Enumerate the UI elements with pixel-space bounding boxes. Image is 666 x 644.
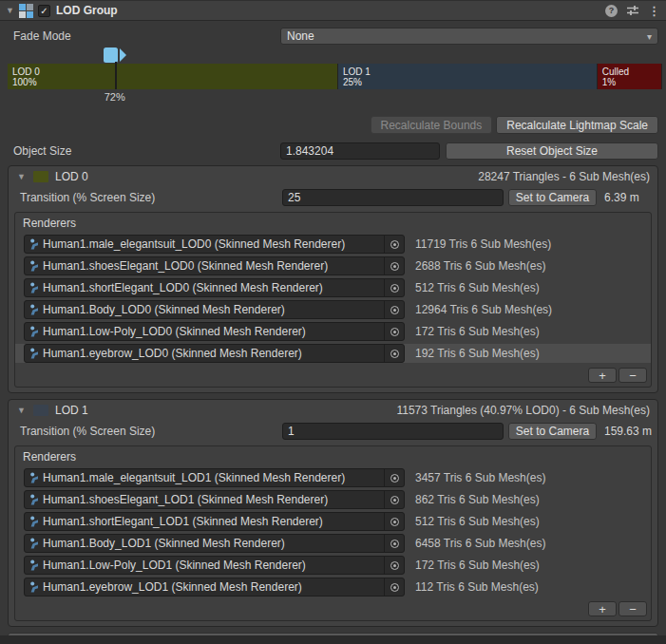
renderer-tris-info: 862 Tris 6 Sub Mesh(es) [415, 493, 540, 506]
lod0-renderers-list: Human1.male_elegantsuit_LOD0 (Skinned Me… [15, 235, 651, 363]
component-title: LOD Group [56, 4, 118, 17]
renderer-row: Human1.eyebrow_LOD0 (Skinned Mesh Render… [15, 344, 651, 363]
skinned-mesh-renderer-icon [29, 494, 40, 505]
recalculate-bounds-button[interactable]: Recalculate Bounds [371, 116, 493, 134]
lod0-transition-input[interactable] [282, 189, 504, 206]
lod1-transition-input[interactable] [282, 423, 504, 440]
renderer-tris-info: 2688 Tris 6 Sub Mesh(es) [415, 259, 545, 273]
lod0-bar-segment[interactable]: LOD 0 100% [8, 64, 338, 89]
renderer-object-field[interactable]: Human1.Body_LOD0 (Skinned Mesh Renderer) [24, 300, 405, 319]
renderer-object-field[interactable]: Human1.Body_LOD1 (Skinned Mesh Renderer) [24, 534, 405, 553]
lod1-summary: 11573 Triangles (40.97% LOD0) - 6 Sub Me… [396, 404, 650, 417]
skinned-mesh-renderer-icon [29, 238, 40, 250]
lod1-box: ▼ LOD 1 11573 Triangles (40.97% LOD0) - … [8, 399, 658, 627]
lod0-transition-label: Transition (% Screen Size) [20, 191, 282, 204]
lod0-set-to-camera-button[interactable]: Set to Camera [508, 189, 597, 206]
lod1-segment-percent: 25% [343, 77, 597, 87]
lod0-foldout-icon[interactable]: ▼ [17, 172, 30, 181]
renderer-object-label: Human1.Body_LOD0 (Skinned Mesh Renderer) [43, 303, 384, 316]
help-icon[interactable]: ? [605, 5, 618, 17]
skinned-mesh-renderer-icon [29, 581, 40, 593]
lod1-transition-label: Transition (% Screen Size) [20, 425, 282, 438]
renderer-row: Human1.Body_LOD0 (Skinned Mesh Renderer)… [15, 300, 651, 319]
renderer-object-field[interactable]: Human1.eyebrow_LOD0 (Skinned Mesh Render… [24, 344, 405, 363]
renderer-object-field[interactable]: Human1.male_elegantsuit_LOD0 (Skinned Me… [24, 235, 405, 254]
renderer-object-label: Human1.Low-Poly_LOD1 (Skinned Mesh Rende… [43, 559, 384, 572]
object-picker-icon[interactable] [384, 323, 404, 340]
lod1-foldout-icon[interactable]: ▼ [17, 406, 30, 415]
recalculate-row: Recalculate Bounds Recalculate Lightmap … [13, 116, 658, 134]
fade-mode-dropdown[interactable]: None ▾ [280, 28, 658, 45]
object-picker-icon[interactable] [384, 513, 404, 530]
remove-renderer-button[interactable]: − [618, 601, 647, 616]
lod1-segment-label: LOD 1 [343, 66, 597, 77]
recalculate-lightmap-button[interactable]: Recalculate Lightmap Scale [496, 116, 658, 134]
lod1-list-controls: + − [15, 599, 651, 618]
renderer-object-field[interactable]: Human1.shoesElegant_LOD0 (Skinned Mesh R… [24, 256, 405, 275]
renderer-row: Human1.shoesElegant_LOD1 (Skinned Mesh R… [15, 490, 651, 509]
fade-mode-label: Fade Mode [13, 29, 280, 43]
header-actions: ? ⋮ [605, 4, 660, 17]
component-foldout-icon[interactable]: ▼ [6, 6, 19, 15]
lod-group-inspector: ▼ ✓ LOD Group ? ⋮ Fade Mode None ▾ [0, 0, 666, 644]
object-picker-icon[interactable] [384, 557, 404, 574]
renderer-object-label: Human1.Body_LOD1 (Skinned Mesh Renderer) [43, 537, 384, 550]
renderer-object-field[interactable]: Human1.male_elegantsuit_LOD1 (Skinned Me… [24, 468, 405, 487]
renderer-tris-info: 512 Tris 6 Sub Mesh(es) [415, 281, 540, 294]
lod1-set-to-camera-button[interactable]: Set to Camera [508, 423, 597, 440]
renderer-object-field[interactable]: Human1.Low-Poly_LOD1 (Skinned Mesh Rende… [24, 556, 405, 575]
object-picker-icon[interactable] [384, 236, 404, 253]
remove-renderer-button[interactable]: − [618, 368, 647, 383]
object-picker-icon[interactable] [384, 279, 404, 296]
lod0-summary: 28247 Triangles - 6 Sub Mesh(es) [478, 170, 650, 183]
camera-position-marker[interactable] [115, 62, 117, 89]
object-picker-icon[interactable] [384, 578, 404, 596]
add-renderer-button[interactable]: + [588, 601, 617, 616]
camera-percent-label: 72% [105, 91, 125, 103]
renderer-row: Human1.eyebrow_LOD1 (Skinned Mesh Render… [15, 578, 651, 597]
lod1-color-swatch [33, 405, 48, 416]
renderer-object-label: Human1.Low-Poly_LOD0 (Skinned Mesh Rende… [43, 325, 384, 338]
renderer-object-field[interactable]: Human1.shortElegant_LOD0 (Skinned Mesh R… [24, 278, 405, 297]
lod1-transition-row: Transition (% Screen Size) Set to Camera… [20, 423, 651, 440]
renderer-tris-info: 112 Tris 6 Sub Mesh(es) [415, 580, 539, 594]
lod0-box: ▼ LOD 0 28247 Triangles - 6 Sub Mesh(es)… [8, 165, 658, 393]
renderer-row: Human1.shortElegant_LOD1 (Skinned Mesh R… [15, 512, 651, 531]
renderer-tris-info: 3457 Tris 6 Sub Mesh(es) [415, 471, 545, 484]
fade-mode-row: Fade Mode None ▾ [13, 28, 658, 45]
skinned-mesh-renderer-icon [29, 304, 40, 315]
object-size-label: Object Size [13, 144, 280, 158]
component-enabled-checkbox[interactable]: ✓ [38, 5, 50, 17]
add-renderer-button[interactable]: + [588, 368, 617, 383]
renderer-tris-info: 11719 Tris 6 Sub Mesh(es) [415, 237, 551, 251]
renderer-row: Human1.shoesElegant_LOD0 (Skinned Mesh R… [15, 256, 651, 275]
object-picker-icon[interactable] [384, 301, 404, 318]
renderer-row: Human1.Body_LOD1 (Skinned Mesh Renderer)… [15, 534, 651, 553]
presets-icon[interactable] [626, 4, 639, 17]
lod1-name: LOD 1 [55, 404, 88, 417]
renderer-object-field[interactable]: Human1.eyebrow_LOD1 (Skinned Mesh Render… [24, 578, 405, 597]
kebab-menu-icon[interactable]: ⋮ [648, 5, 660, 17]
renderer-tris-info: 172 Tris 6 Sub Mesh(es) [415, 559, 540, 572]
object-picker-icon[interactable] [384, 257, 404, 275]
culled-segment-percent: 1% [602, 77, 661, 87]
object-size-row: Object Size Reset Object Size [13, 142, 658, 160]
renderer-object-field[interactable]: Human1.shoesElegant_LOD1 (Skinned Mesh R… [24, 490, 405, 509]
object-picker-icon[interactable] [384, 491, 404, 508]
lod1-bar-segment[interactable]: LOD 1 25% [338, 64, 598, 89]
renderer-object-field[interactable]: Human1.Low-Poly_LOD0 (Skinned Mesh Rende… [24, 322, 405, 341]
skinned-mesh-renderer-icon [29, 516, 40, 527]
lod-slider: LOD 0 100% LOD 1 25% Culled 1% 72% [8, 47, 662, 104]
reset-object-size-button[interactable]: Reset Object Size [446, 142, 658, 160]
lod0-segment-label: LOD 0 [12, 66, 337, 77]
renderer-object-field[interactable]: Human1.shortElegant_LOD1 (Skinned Mesh R… [24, 512, 405, 531]
renderer-row: Human1.Low-Poly_LOD0 (Skinned Mesh Rende… [15, 322, 651, 341]
object-picker-icon[interactable] [384, 469, 404, 486]
lod-group-icon [19, 4, 33, 18]
object-picker-icon[interactable] [384, 345, 404, 362]
object-size-input[interactable] [280, 142, 440, 160]
renderer-row: Human1.male_elegantsuit_LOD1 (Skinned Me… [15, 468, 651, 487]
culled-bar-segment[interactable]: Culled 1% [598, 64, 662, 89]
object-picker-icon[interactable] [384, 535, 404, 552]
lod0-header: ▼ LOD 0 28247 Triangles - 6 Sub Mesh(es) [9, 166, 657, 187]
